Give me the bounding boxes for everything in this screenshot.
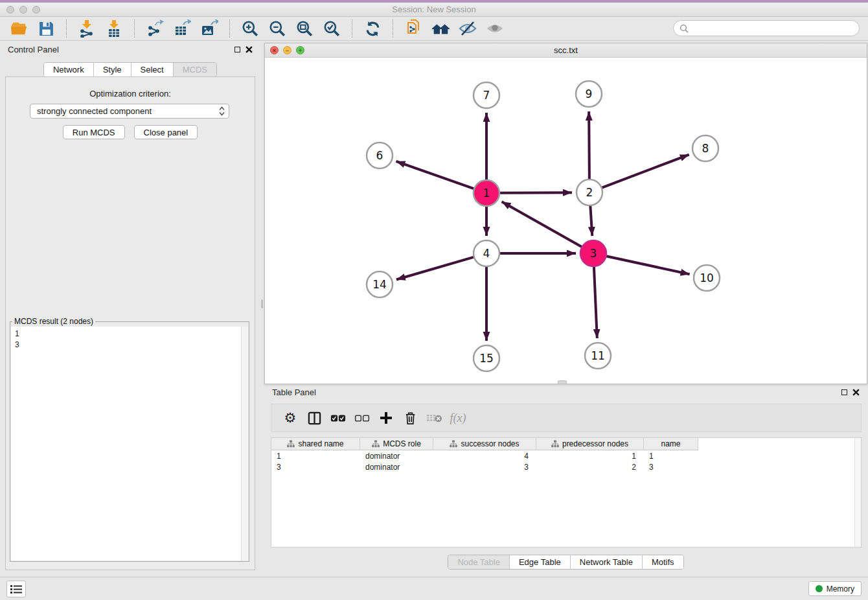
edge-2-9[interactable] [589,111,589,179]
delete-table-button[interactable] [426,410,442,426]
node-label: 8 [702,142,709,155]
memory-status-icon [816,585,823,592]
toolbar-separator [66,19,67,38]
run-mcds-button[interactable]: Run MCDS [63,125,125,139]
control-panel-tabs: NetworkStyleSelectMCDS [43,62,217,77]
close-table-panel-icon[interactable] [852,389,860,396]
control-panel: Control Panel NetworkStyleSelectMCDS Opt… [0,41,260,574]
refresh-layout-button[interactable] [362,18,383,39]
duplicate-network-button[interactable] [403,18,424,39]
tab-motifs[interactable]: Motifs [642,555,683,569]
import-network-button[interactable] [76,18,97,39]
edge-2-3[interactable] [590,205,592,236]
show-columns-button[interactable] [306,410,323,426]
toolbar-separator [393,19,393,38]
export-image-icon [200,19,218,38]
tab-style[interactable]: Style [93,63,131,76]
column-label: MCDS role [383,439,421,448]
node-label: 7 [483,89,490,102]
open-session-button[interactable] [8,18,29,39]
add-column-button[interactable] [378,410,394,426]
tab-network-table[interactable]: Network Table [570,555,642,569]
show-all-button[interactable] [485,18,505,39]
node-9[interactable]: 9 [576,81,602,107]
task-history-button[interactable] [6,581,26,597]
toolbar-separator [352,19,352,38]
criterion-select[interactable]: strongly connected component [30,104,229,119]
edge-4-14[interactable] [396,257,474,280]
tab-edge-table[interactable]: Edge Table [509,555,570,569]
table-scrollbar[interactable] [854,438,861,547]
tab-network[interactable]: Network [44,63,93,76]
float-panel-icon[interactable] [234,47,240,52]
attribute-tree-icon [287,440,295,448]
home-views-button[interactable] [430,18,451,39]
node-label: 2 [586,186,593,199]
edge-3-1[interactable] [502,202,582,247]
table-cell: 1 [536,452,644,461]
mcds-result-list: 13 [11,327,248,352]
column-header-shared-name[interactable]: shared name [271,438,360,450]
zoom-fit-button[interactable] [294,18,315,39]
node-11[interactable]: 11 [585,343,611,369]
export-image-button[interactable] [199,18,220,39]
search-field[interactable] [673,20,860,36]
node-7[interactable]: 7 [474,82,499,108]
tab-select[interactable]: Select [131,63,173,76]
node-2[interactable]: 2 [577,179,602,205]
delete-column-button[interactable] [402,410,418,426]
result-scrollbar[interactable] [241,327,248,560]
save-session-button[interactable] [36,18,56,39]
table-row[interactable]: 1dominator411 [271,450,861,461]
network-graph[interactable]: 1234678910111415 [265,58,867,384]
function-builder-button[interactable]: f(x) [450,410,466,426]
table-cell: 3 [433,463,536,472]
select-all-button[interactable] [330,410,347,426]
network-window-titlebar[interactable]: × – + scc.txt [265,43,867,58]
close-panel-button[interactable]: Close panel [134,125,198,139]
export-network-button[interactable] [144,18,165,39]
node-14[interactable]: 14 [367,271,393,297]
main-toolbar [0,17,868,41]
export-table-button[interactable] [172,18,192,39]
zoom-selected-button[interactable] [321,18,342,39]
node-3[interactable]: 3 [580,240,606,266]
houses-icon [431,19,450,38]
hide-selected-button[interactable] [457,18,478,39]
control-panel-title: Control Panel [8,45,59,54]
edge-1-2[interactable] [499,192,572,193]
tab-node-table[interactable]: Node Table [448,555,509,569]
node-4[interactable]: 4 [474,240,499,266]
main-titlebar: Session: New Session [0,3,868,17]
edge-3-10[interactable] [606,256,690,274]
edge-3-11[interactable] [594,266,597,338]
column-header-name[interactable]: name [644,438,698,450]
table-settings-button[interactable]: ⚙ [282,410,299,426]
memory-button[interactable]: Memory [808,581,862,596]
column-header-successor-nodes[interactable]: successor nodes [433,438,536,450]
tab-mcds[interactable]: MCDS [173,63,216,76]
search-input[interactable] [689,22,859,35]
zoom-out-button[interactable] [267,18,288,39]
zoom-in-icon [241,19,259,38]
node-label: 10 [700,271,714,284]
close-panel-icon[interactable] [246,46,253,53]
float-table-panel-icon[interactable] [841,389,847,395]
splitter-grip[interactable] [261,299,263,308]
deselect-all-button[interactable] [354,410,371,426]
table-row[interactable]: 3dominator323 [271,461,861,472]
network-window-title: scc.txt [265,45,867,55]
zoom-in-button[interactable] [240,18,260,39]
edge-1-6[interactable] [396,161,474,189]
node-6[interactable]: 6 [367,143,393,168]
table-panel: Table Panel ⚙ [264,384,867,574]
column-header-predecessor-nodes[interactable]: predecessor nodes [536,438,644,450]
node-10[interactable]: 10 [694,265,720,291]
column-header-mcds-role[interactable]: MCDS role [360,438,433,450]
node-label: 15 [479,352,494,365]
edge-2-8[interactable] [602,155,689,188]
node-15[interactable]: 15 [474,345,499,371]
import-table-button[interactable] [104,18,124,39]
node-1[interactable]: 1 [474,180,499,206]
node-8[interactable]: 8 [692,135,718,161]
